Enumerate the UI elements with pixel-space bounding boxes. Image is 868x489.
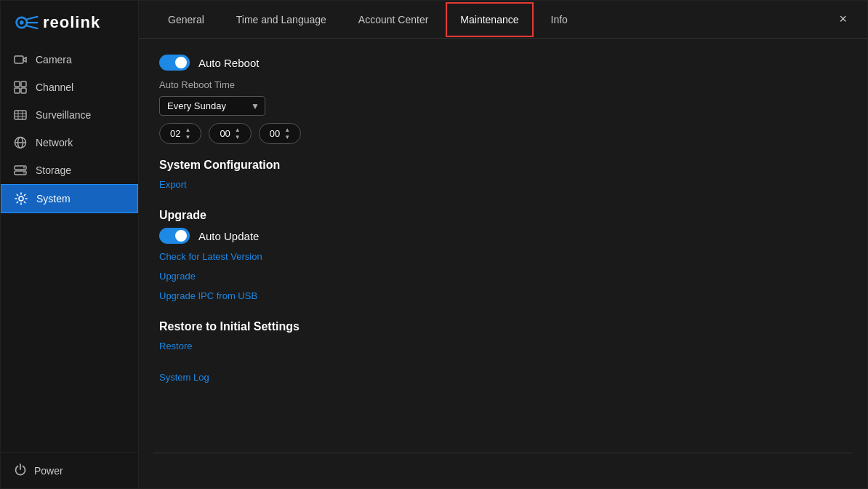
svg-rect-9 — [21, 88, 26, 93]
close-button[interactable]: × — [833, 9, 853, 30]
schedule-dropdown-wrapper: Every Sunday Every Monday Every Tuesday … — [159, 96, 265, 116]
export-link[interactable]: Export — [159, 179, 187, 190]
restore-title: Restore to Initial Settings — [159, 320, 847, 333]
second-value: 00 — [270, 128, 280, 139]
check-latest-link[interactable]: Check for Latest Version — [159, 251, 262, 262]
second-spinner[interactable]: 00 ▲ ▼ — [259, 123, 301, 144]
sidebar-label-channel: Channel — [36, 82, 73, 93]
power-icon — [14, 463, 27, 478]
sidebar-label-surveillance: Surveillance — [36, 109, 91, 121]
content-wrapper: Auto Reboot Auto Reboot Time Every Sunda… — [139, 39, 867, 488]
auto-reboot-section: Auto Reboot Auto Reboot Time Every Sunda… — [159, 55, 847, 144]
svg-line-2 — [27, 17, 37, 20]
sidebar-label-network: Network — [36, 137, 73, 148]
svg-rect-10 — [15, 111, 26, 119]
hour-value: 02 — [170, 128, 180, 139]
auto-update-knob — [175, 230, 187, 242]
auto-reboot-time-label: Auto Reboot Time — [159, 79, 847, 90]
minute-up-arrow: ▲ — [235, 127, 241, 133]
system-log-link[interactable]: System Log — [159, 372, 209, 383]
tab-account-center[interactable]: Account Center — [344, 2, 443, 37]
tab-maintenance[interactable]: Maintenance — [446, 2, 533, 37]
svg-rect-5 — [15, 56, 23, 63]
sidebar-label-camera: Camera — [36, 54, 72, 65]
channel-icon — [14, 81, 27, 94]
content-area: Auto Reboot Auto Reboot Time Every Sunda… — [139, 39, 867, 488]
system-config-section: System Configuration Export — [159, 159, 847, 194]
auto-reboot-label: Auto Reboot — [198, 57, 259, 69]
storage-icon — [14, 164, 27, 177]
system-log-section: System Log — [159, 370, 847, 387]
auto-update-label: Auto Update — [198, 230, 259, 242]
power-label: Power — [34, 465, 63, 477]
sidebar-item-surveillance[interactable]: Surveillance — [1, 101, 138, 129]
sidebar-item-camera[interactable]: Camera — [1, 46, 138, 73]
hour-spinner[interactable]: 02 ▲ ▼ — [159, 123, 201, 144]
bottom-divider — [153, 453, 853, 453]
hour-up-arrow: ▲ — [185, 127, 190, 133]
power-button[interactable]: Power — [1, 452, 138, 488]
auto-update-toggle[interactable] — [159, 228, 190, 244]
time-spinners: 02 ▲ ▼ 00 ▲ ▼ — [159, 123, 847, 144]
svg-rect-7 — [21, 82, 26, 87]
main-content: General Time and Language Account Center… — [139, 1, 867, 488]
system-icon — [15, 192, 28, 205]
schedule-dropdown[interactable]: Every Sunday Every Monday Every Tuesday … — [159, 96, 265, 116]
toggle-knob — [175, 57, 187, 68]
sidebar-item-storage[interactable]: Storage — [1, 156, 138, 184]
network-icon — [14, 136, 27, 149]
upgrade-ipc-link[interactable]: Upgrade IPC from USB — [159, 290, 257, 301]
auto-reboot-toggle-row: Auto Reboot — [159, 55, 847, 71]
svg-point-21 — [23, 172, 25, 174]
sidebar-label-storage: Storage — [36, 164, 71, 176]
second-arrows: ▲ ▼ — [284, 127, 290, 140]
upgrade-section: Upgrade Auto Update Check for Latest Ver… — [159, 209, 847, 306]
svg-rect-8 — [15, 88, 20, 93]
minute-spinner[interactable]: 00 ▲ ▼ — [209, 123, 251, 144]
surveillance-icon — [14, 108, 27, 122]
auto-update-row: Auto Update — [159, 228, 847, 244]
minute-down-arrow: ▼ — [235, 134, 241, 140]
auto-reboot-toggle[interactable] — [159, 55, 190, 71]
sidebar: reolink Camera — [1, 1, 139, 488]
logo-text: reolink — [43, 13, 100, 32]
upgrade-link[interactable]: Upgrade — [159, 271, 196, 282]
sidebar-item-channel[interactable]: Channel — [1, 73, 138, 101]
svg-point-20 — [23, 167, 25, 169]
second-up-arrow: ▲ — [284, 127, 290, 133]
minute-value: 00 — [220, 128, 230, 139]
restore-section: Restore to Initial Settings Restore — [159, 320, 847, 356]
svg-rect-6 — [15, 82, 20, 87]
camera-icon — [14, 53, 27, 66]
hour-down-arrow: ▼ — [185, 134, 190, 140]
tab-general[interactable]: General — [153, 2, 219, 37]
upgrade-title: Upgrade — [159, 209, 847, 222]
svg-line-4 — [27, 26, 37, 29]
svg-point-22 — [19, 196, 23, 201]
tab-time-language[interactable]: Time and Language — [222, 2, 341, 37]
sidebar-item-system[interactable]: System — [1, 184, 138, 213]
second-down-arrow: ▼ — [284, 134, 290, 140]
tab-info[interactable]: Info — [537, 2, 582, 37]
system-config-title: System Configuration — [159, 159, 847, 172]
sidebar-nav: Camera Channel — [1, 43, 138, 452]
tab-bar: General Time and Language Account Center… — [139, 1, 867, 39]
reolink-logo-icon — [14, 12, 40, 33]
restore-link[interactable]: Restore — [159, 341, 193, 351]
sidebar-label-system: System — [36, 193, 71, 204]
svg-point-1 — [20, 20, 23, 24]
minute-arrows: ▲ ▼ — [235, 127, 241, 140]
logo: reolink — [1, 1, 138, 43]
hour-arrows: ▲ ▼ — [185, 127, 190, 140]
sidebar-item-network[interactable]: Network — [1, 129, 138, 156]
